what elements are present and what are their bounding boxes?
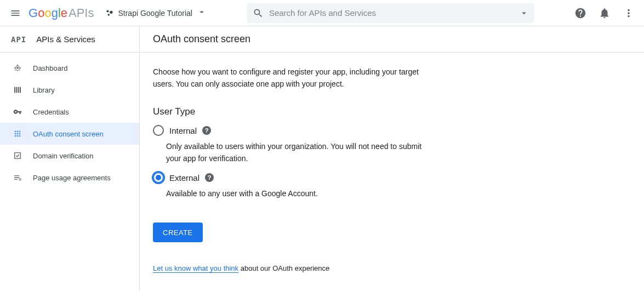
- logo-suffix: APIs: [69, 6, 94, 20]
- more-button[interactable]: [618, 2, 640, 24]
- svg-point-0: [107, 10, 109, 12]
- sidebar-nav: Dashboard Library Credentials OAuth cons…: [0, 53, 139, 189]
- sidebar-header: API APIs & Services: [0, 26, 139, 53]
- radio-internal[interactable]: [153, 125, 164, 136]
- sidebar-item-oauth[interactable]: OAuth consent screen: [0, 123, 139, 145]
- sidebar-item-label: Dashboard: [33, 64, 68, 72]
- search-dropdown-icon[interactable]: [519, 8, 529, 18]
- svg-point-7: [17, 70, 18, 71]
- create-button[interactable]: CREATE: [153, 222, 203, 242]
- project-name: Strapi Google Tutorial: [118, 9, 192, 18]
- sidebar-item-label: Library: [33, 86, 55, 94]
- google-logo-text: Google APIs: [29, 6, 94, 20]
- help-icon[interactable]: ?: [205, 173, 214, 182]
- help-button[interactable]: [569, 2, 591, 24]
- sidebar-item-library[interactable]: Library: [0, 79, 139, 101]
- radio-label-internal: Internal: [169, 126, 197, 135]
- search-input[interactable]: [269, 8, 519, 18]
- oauth-icon: [12, 129, 23, 138]
- dropdown-icon: [197, 7, 207, 19]
- bell-icon: [599, 7, 611, 19]
- menu-button[interactable]: [4, 2, 26, 24]
- feedback-link[interactable]: Let us know what you think: [153, 264, 238, 273]
- project-icon: [106, 9, 113, 17]
- sidebar-item-dashboard[interactable]: Dashboard: [0, 57, 139, 79]
- library-icon: [12, 85, 23, 94]
- api-badge: API: [11, 35, 26, 44]
- sidebar-item-label: OAuth consent screen: [33, 130, 104, 138]
- content-area: OAuth consent screen Choose how you want…: [140, 26, 644, 291]
- help-icon[interactable]: ?: [202, 126, 211, 135]
- svg-point-1: [110, 10, 113, 13]
- feedback-row: Let us know what you think about our OAu…: [153, 264, 434, 272]
- svg-rect-10: [18, 87, 19, 93]
- content-body: Choose how you want to configure and reg…: [140, 53, 447, 286]
- checkbox-icon: [12, 151, 23, 160]
- svg-point-2: [108, 14, 110, 16]
- search-box[interactable]: [247, 3, 534, 23]
- sidebar-title: APIs & Services: [36, 35, 95, 44]
- svg-point-6: [17, 65, 18, 66]
- svg-rect-12: [15, 153, 21, 159]
- search-icon: [253, 8, 264, 19]
- svg-point-3: [17, 67, 19, 69]
- list-gear-icon: [12, 173, 23, 182]
- option-desc-external: Available to any user with a Google Acco…: [166, 187, 434, 199]
- svg-point-5: [20, 67, 21, 69]
- feedback-suffix: about our OAuth experience: [238, 264, 329, 272]
- sidebar-item-label: Page usage agreements: [33, 174, 111, 182]
- top-header: Google APIs Strapi Google Tutorial: [0, 0, 644, 26]
- content-header: OAuth consent screen: [140, 26, 644, 53]
- svg-rect-9: [16, 87, 17, 93]
- svg-point-4: [14, 67, 15, 69]
- radio-label-external: External: [169, 173, 200, 182]
- intro-text: Choose how you want to configure and reg…: [153, 66, 434, 90]
- user-type-heading: User Type: [153, 106, 434, 117]
- radio-external[interactable]: [153, 172, 164, 183]
- project-selector[interactable]: Strapi Google Tutorial: [101, 5, 210, 21]
- dashboard-icon: [12, 64, 23, 72]
- help-icon: [574, 7, 586, 19]
- search-container: [247, 3, 534, 23]
- logo[interactable]: Google APIs: [29, 6, 94, 20]
- sidebar-item-label: Domain verification: [33, 152, 94, 160]
- sidebar-item-label: Credentials: [33, 108, 69, 116]
- radio-option-internal: Internal ? Only available to users withi…: [153, 125, 434, 164]
- key-icon: [12, 107, 23, 116]
- svg-rect-8: [14, 87, 15, 93]
- radio-option-external: External ? Available to any user with a …: [153, 172, 434, 199]
- sidebar-item-credentials[interactable]: Credentials: [0, 101, 139, 123]
- notifications-button[interactable]: [594, 2, 615, 24]
- more-vert-icon: [623, 7, 635, 19]
- sidebar-item-agreements[interactable]: Page usage agreements: [0, 167, 139, 189]
- hamburger-icon: [10, 8, 21, 19]
- header-actions: [534, 2, 640, 24]
- svg-point-13: [19, 179, 21, 180]
- sidebar-item-domain[interactable]: Domain verification: [0, 145, 139, 167]
- svg-rect-11: [20, 87, 21, 93]
- option-desc-internal: Only available to users within your orga…: [166, 140, 434, 164]
- sidebar: API APIs & Services Dashboard Library: [0, 26, 140, 291]
- page-title: OAuth consent screen: [153, 33, 250, 45]
